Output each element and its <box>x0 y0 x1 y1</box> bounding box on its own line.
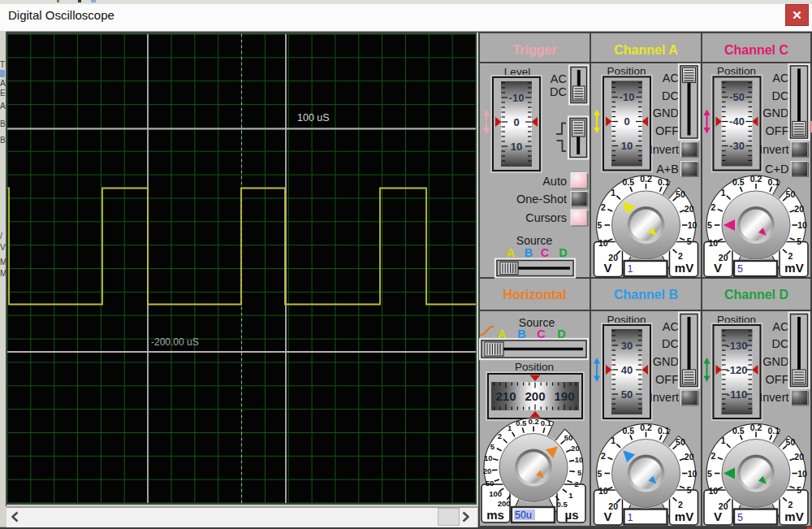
svg-text:100 uS: 100 uS <box>297 112 330 124</box>
svg-text:-200.00 uS: -200.00 uS <box>151 336 199 348</box>
